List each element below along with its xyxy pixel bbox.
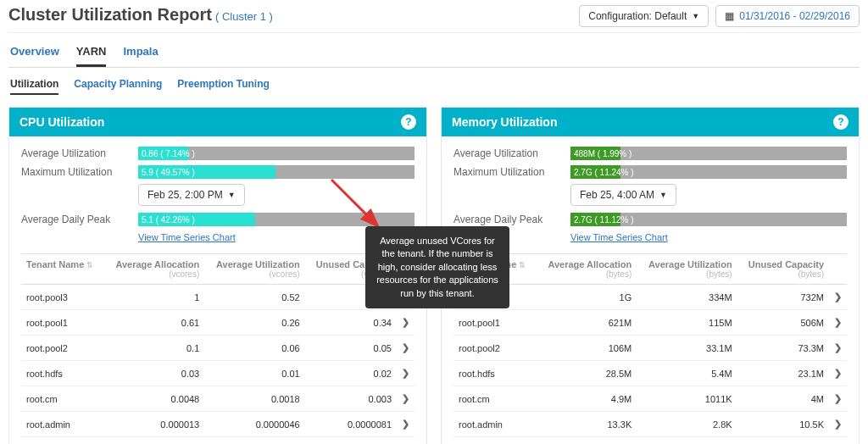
calendar-icon: ▦ xyxy=(725,10,734,22)
subtab-utilization[interactable]: Utilization xyxy=(10,75,58,95)
expand-row-icon[interactable]: ❯ xyxy=(402,419,409,429)
unused-cell: 732M xyxy=(737,285,829,310)
page-title: Cluster Utilization Report xyxy=(8,5,212,25)
expand-row-icon[interactable]: ❯ xyxy=(834,393,842,403)
mem-view-chart-link[interactable]: View Time Series Chart xyxy=(570,232,668,242)
date-range-text: 01/31/2016 - 02/29/2016 xyxy=(739,10,850,22)
tenant-name: root.pool1 xyxy=(21,310,104,336)
expand-row-icon[interactable]: ❯ xyxy=(834,368,842,378)
alloc-cell: 0.03 xyxy=(104,361,205,386)
col-util[interactable]: Average Utilization(bytes) xyxy=(637,254,737,285)
util-cell: 115M xyxy=(637,310,737,336)
alloc-cell: - xyxy=(537,437,637,445)
util-cell: 0.06 xyxy=(204,336,304,361)
expand-row-icon[interactable]: ❯ xyxy=(834,419,842,429)
unused-cell: 0.02 xyxy=(305,361,397,386)
util-cell: 0.52 xyxy=(204,285,304,310)
util-cell: 0.0000046 xyxy=(204,412,304,437)
util-cell: 5.4M xyxy=(637,361,737,386)
util-cell: 0.0018 xyxy=(204,386,304,412)
col-alloc[interactable]: Average Allocation(bytes) xyxy=(537,254,637,285)
table-row: root.pool10.610.260.34❯ xyxy=(21,310,415,336)
alloc-cell: 28.5M xyxy=(537,361,637,386)
tab-impala[interactable]: Impala xyxy=(123,38,158,67)
expand-row-icon[interactable]: ❯ xyxy=(402,317,409,327)
mem-peak-fill: 2.7G ( 11.12% ) xyxy=(570,213,620,226)
date-range-picker[interactable]: ▦ 01/31/2016 - 02/29/2016 xyxy=(715,5,860,27)
table-row: root.pool2106M33.1M73.3M❯ xyxy=(453,336,847,361)
mem-avg-bar: 488M ( 1.99% ) xyxy=(570,147,847,160)
tenant-name: root.default xyxy=(21,437,104,445)
tenant-name: root.cm xyxy=(21,386,104,412)
mem-max-label: Maximum Utilization xyxy=(453,166,564,178)
col-unused[interactable]: Unused Capacity(bytes) xyxy=(737,254,829,285)
tenant-name: root.admin xyxy=(21,412,104,437)
chevron-down-icon: ▼ xyxy=(228,191,236,199)
table-row: root.hdfs28.5M5.4M23.1M❯ xyxy=(453,361,847,386)
tab-overview[interactable]: Overview xyxy=(10,38,59,67)
unused-cell: 10.5K xyxy=(737,412,829,437)
util-cell: 33.1M xyxy=(637,336,737,361)
cpu-peak-fill: 5.1 ( 42.26% ) xyxy=(138,213,255,226)
unused-cell: - xyxy=(305,437,397,445)
col-alloc[interactable]: Average Allocation(vcores) xyxy=(104,254,205,285)
table-row: root.pool310.520.52❯ xyxy=(21,285,415,310)
col-util[interactable]: Average Utilization(vcores) xyxy=(204,254,304,285)
expand-row-icon[interactable]: ❯ xyxy=(402,342,409,352)
tooltip: Average unused VCores for the tenant. If… xyxy=(365,226,509,308)
expand-row-icon[interactable]: ❯ xyxy=(402,368,409,378)
tenant-name: root.pool2 xyxy=(21,336,104,361)
alloc-cell: 1G xyxy=(537,285,637,310)
unused-cell: 506M xyxy=(737,310,829,336)
config-label: Configuration: Default xyxy=(588,10,687,22)
expand-row-icon[interactable]: ❯ xyxy=(402,393,409,403)
mem-avg-fill: 488M ( 1.99% ) xyxy=(570,147,620,160)
util-cell: - xyxy=(637,437,737,445)
util-cell: 1011K xyxy=(637,386,737,412)
cpu-view-chart-link[interactable]: View Time Series Chart xyxy=(138,232,236,242)
table-row: root.admin13.3K2.8K10.5K❯ xyxy=(453,412,847,437)
col-tenant[interactable]: Tenant Name⇅ xyxy=(21,254,104,285)
tenant-name: root.hdfs xyxy=(453,361,537,386)
mem-avg-label: Average Utilization xyxy=(453,147,564,159)
cpu-table: Tenant Name⇅ Average Allocation(vcores) … xyxy=(21,253,415,444)
cpu-time-dropdown[interactable]: Feb 25, 2:00 PM ▼ xyxy=(138,184,245,206)
alloc-cell: - xyxy=(104,437,205,445)
help-icon[interactable]: ? xyxy=(833,114,849,130)
unused-cell: 0.34 xyxy=(305,310,397,336)
expand-row-icon[interactable]: ❯ xyxy=(834,317,842,327)
help-icon[interactable]: ? xyxy=(401,114,416,130)
util-cell: - xyxy=(204,437,304,445)
mem-peak-label: Average Daily Peak xyxy=(453,214,564,225)
mem-max-fill: 2.7G ( 11.24% ) xyxy=(570,165,620,179)
tenant-name: root.cm xyxy=(453,386,537,412)
alloc-cell: 13.3K xyxy=(537,412,637,437)
table-row: root.cm0.00480.00180.003❯ xyxy=(21,386,415,412)
table-row: root.default---❯ xyxy=(453,437,847,445)
expand-row-icon[interactable]: ❯ xyxy=(834,291,842,302)
alloc-cell: 0.61 xyxy=(104,310,205,336)
unused-cell: - xyxy=(737,437,829,445)
tenant-name: root.pool3 xyxy=(21,285,104,310)
subtab-capacity[interactable]: Capacity Planning xyxy=(74,75,162,95)
sub-tabs: Utilization Capacity Planning Preemption… xyxy=(8,75,860,95)
cpu-peak-label: Average Daily Peak xyxy=(21,214,131,225)
mem-max-bar: 2.7G ( 11.24% ) xyxy=(570,165,847,179)
expand-row-icon[interactable]: ❯ xyxy=(834,342,842,352)
table-row: root.cm4.9M1011K4M❯ xyxy=(453,386,847,412)
main-tabs: Overview YARN Impala xyxy=(8,38,860,68)
mem-time-dropdown[interactable]: Feb 25, 4:00 AM ▼ xyxy=(570,184,676,206)
mem-panel-title: Memory Utilization xyxy=(452,115,557,129)
alloc-cell: 0.0048 xyxy=(104,386,205,412)
alloc-cell: 106M xyxy=(537,336,637,361)
tab-yarn[interactable]: YARN xyxy=(76,38,107,67)
cluster-link[interactable]: ( Cluster 1 ) xyxy=(215,10,273,23)
cpu-max-fill: 5.9 ( 49.57% ) xyxy=(138,165,275,179)
table-row: root.hdfs0.030.010.02❯ xyxy=(21,361,415,386)
util-cell: 334M xyxy=(637,285,737,310)
tenant-name: root.pool2 xyxy=(453,336,537,361)
config-dropdown[interactable]: Configuration: Default ▼ xyxy=(579,5,709,27)
tenant-name: root.hdfs xyxy=(21,361,104,386)
subtab-preemption[interactable]: Preemption Tuning xyxy=(177,75,269,95)
unused-cell: 0.05 xyxy=(305,336,397,361)
